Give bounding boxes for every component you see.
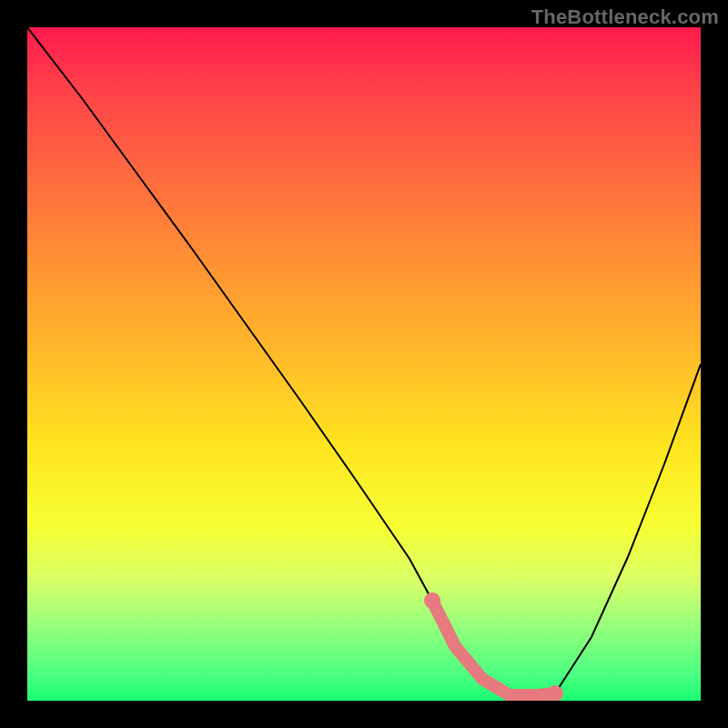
curve-svg bbox=[27, 27, 701, 701]
chart-container: TheBottleneck.com bbox=[0, 0, 728, 728]
watermark-text: TheBottleneck.com bbox=[531, 5, 719, 29]
plot-area bbox=[27, 27, 701, 701]
highlight-dot bbox=[547, 685, 563, 701]
highlight-dot bbox=[424, 592, 440, 609]
bottleneck-curve bbox=[27, 27, 701, 695]
optimal-zone-highlight bbox=[432, 601, 555, 695]
